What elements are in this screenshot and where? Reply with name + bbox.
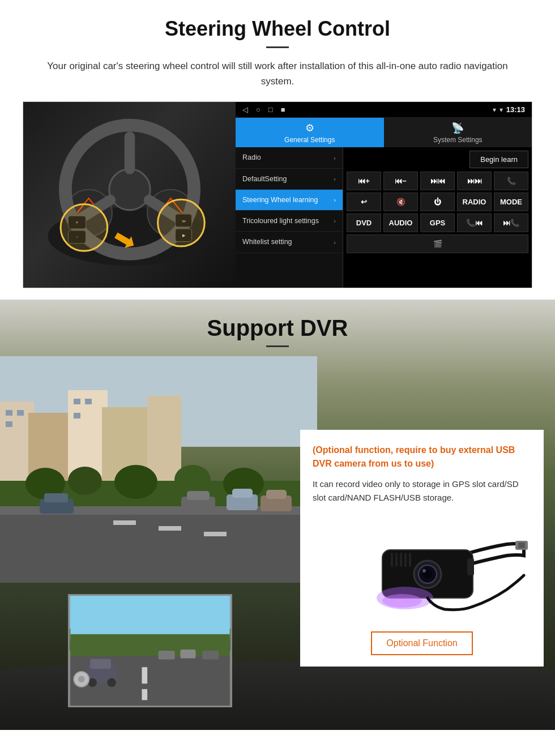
svg-point-61 bbox=[107, 678, 116, 687]
menu-list: Radio › DefaultSetting › Steering Wheel … bbox=[236, 147, 343, 288]
steering-wheel-photo: + - ≫ ▶ ➡ bbox=[23, 102, 236, 288]
street-scene-svg bbox=[0, 356, 317, 583]
dvr-optional-text: (Optional function, require to buy exter… bbox=[313, 443, 531, 471]
dvr-preview-svg bbox=[70, 596, 230, 706]
steering-wheel-svg: + - ≫ ▶ bbox=[42, 108, 217, 283]
ctrl-btn-call-next[interactable]: ⏭📞 bbox=[494, 213, 528, 232]
ctrl-btn-next[interactable]: ⏭⏭ bbox=[457, 172, 492, 190]
svg-point-32 bbox=[68, 467, 102, 495]
svg-rect-67 bbox=[391, 553, 393, 567]
begin-learn-button[interactable]: Begin learn bbox=[469, 151, 528, 168]
menu-area: Radio › DefaultSetting › Steering Wheel … bbox=[236, 147, 532, 288]
svg-rect-68 bbox=[395, 553, 398, 567]
steering-section: Steering Wheel Control Your original car… bbox=[0, 0, 555, 300]
general-settings-icon: ⚙ bbox=[305, 122, 314, 134]
android-ui: ◁ ○ □ ■ ▾ ▾ 13:13 ⚙ General Settings bbox=[236, 102, 532, 288]
svg-point-75 bbox=[422, 569, 426, 573]
section-subtitle: Your original car's steering wheel contr… bbox=[45, 58, 510, 89]
home-icon[interactable]: ○ bbox=[256, 105, 261, 114]
svg-point-33 bbox=[114, 465, 157, 499]
ctrl-btn-vol-up[interactable]: ⏮+ bbox=[347, 172, 381, 190]
svg-rect-57 bbox=[202, 651, 219, 660]
ctrl-row-1: ⏮+ ⏮− ⏭⏮ ⏭⏭ 📞 bbox=[347, 172, 528, 190]
ctrl-btn-call[interactable]: 📞 bbox=[494, 172, 528, 190]
optional-function-button[interactable]: Optional Function bbox=[371, 631, 473, 655]
tab-general-label: General Settings bbox=[284, 136, 335, 144]
android-statusbar: ◁ ○ □ ■ ▾ ▾ 13:13 bbox=[236, 102, 532, 118]
svg-rect-39 bbox=[159, 526, 181, 531]
dvr-camera-svg bbox=[314, 516, 530, 618]
chevron-icon: › bbox=[334, 197, 336, 203]
svg-rect-25 bbox=[17, 410, 24, 416]
svg-rect-27 bbox=[74, 399, 80, 404]
ctrl-btn-dvd[interactable]: DVD bbox=[347, 213, 381, 232]
chevron-icon: › bbox=[334, 239, 336, 246]
dvr-title-area: Support DVR bbox=[0, 300, 555, 347]
nav-icons: ◁ ○ □ ■ bbox=[242, 105, 285, 114]
dvr-preview-inner bbox=[70, 596, 230, 706]
svg-rect-29 bbox=[74, 413, 80, 418]
svg-rect-24 bbox=[6, 410, 12, 416]
ctrl-btn-audio[interactable]: AUDIO bbox=[383, 213, 418, 232]
menu-item-steering-wheel-learning[interactable]: Steering Wheel learning › bbox=[236, 190, 343, 211]
svg-rect-56 bbox=[180, 650, 195, 659]
svg-rect-36 bbox=[0, 509, 317, 583]
tab-bar: ⚙ General Settings 📡 System Settings bbox=[236, 118, 532, 147]
system-settings-icon: 📡 bbox=[451, 122, 464, 134]
svg-rect-26 bbox=[6, 421, 12, 427]
chevron-icon: › bbox=[334, 176, 336, 182]
page-title: Steering Wheel Control bbox=[23, 17, 532, 41]
svg-point-16 bbox=[61, 204, 108, 251]
svg-point-4 bbox=[109, 169, 150, 210]
svg-rect-55 bbox=[159, 651, 175, 660]
menu-item-defaultsetting[interactable]: DefaultSetting › bbox=[236, 169, 343, 190]
back-icon[interactable]: ◁ bbox=[242, 105, 248, 114]
ctrl-btn-power[interactable]: ⏻ bbox=[420, 193, 455, 211]
menu-item-tricoloured[interactable]: Tricoloured light settings › bbox=[236, 211, 343, 232]
wifi-icon: ▾ bbox=[500, 106, 503, 114]
svg-rect-71 bbox=[409, 553, 411, 567]
svg-rect-54 bbox=[142, 689, 147, 700]
svg-rect-78 bbox=[467, 558, 474, 575]
svg-rect-65 bbox=[518, 543, 525, 548]
ctrl-row-4: 🎬 bbox=[347, 234, 528, 253]
menu-item-whitelist[interactable]: Whitelist setting › bbox=[236, 232, 343, 253]
svg-rect-46 bbox=[266, 490, 287, 499]
svg-rect-53 bbox=[142, 667, 147, 684]
ctrl-btn-radio[interactable]: RADIO bbox=[457, 193, 492, 211]
svg-rect-48 bbox=[44, 493, 68, 502]
chevron-icon: › bbox=[334, 217, 336, 224]
status-time: 13:13 bbox=[506, 105, 525, 114]
svg-rect-50 bbox=[70, 596, 229, 640]
statusbar-right: ▾ ▾ 13:13 bbox=[493, 105, 525, 114]
svg-rect-59 bbox=[90, 659, 111, 669]
ctrl-btn-call-prev[interactable]: 📞⏮ bbox=[457, 213, 492, 232]
tab-system-settings[interactable]: 📡 System Settings bbox=[384, 118, 532, 147]
svg-rect-42 bbox=[187, 491, 210, 500]
menu-item-radio[interactable]: Radio › bbox=[236, 147, 343, 168]
svg-point-17 bbox=[157, 200, 204, 247]
svg-rect-40 bbox=[204, 532, 227, 536]
recent-icon[interactable]: □ bbox=[268, 105, 273, 114]
signal-icon: ▾ bbox=[493, 106, 496, 114]
ctrl-btn-hang[interactable]: ↩ bbox=[347, 193, 381, 211]
dvr-camera-area bbox=[313, 516, 531, 620]
ctrl-row-3: DVD AUDIO GPS 📞⏮ ⏭📞 bbox=[347, 213, 528, 232]
title-divider bbox=[266, 46, 289, 48]
ctrl-btn-prev[interactable]: ⏭⏮ bbox=[420, 172, 455, 190]
svg-point-34 bbox=[174, 465, 211, 494]
ctrl-btn-extra[interactable]: 🎬 bbox=[347, 234, 528, 253]
svg-point-77 bbox=[382, 594, 422, 608]
dvr-info-card: (Optional function, require to buy exter… bbox=[300, 430, 544, 667]
ctrl-btn-mode[interactable]: MODE bbox=[494, 193, 528, 211]
ctrl-btn-gps[interactable]: GPS bbox=[420, 213, 455, 232]
ctrl-btn-mute[interactable]: 🔇 bbox=[383, 193, 418, 211]
chevron-icon: › bbox=[334, 155, 336, 161]
svg-rect-28 bbox=[85, 399, 92, 404]
tab-system-label: System Settings bbox=[433, 136, 483, 144]
ctrl-btn-vol-down[interactable]: ⏮− bbox=[383, 172, 418, 190]
tab-general-settings[interactable]: ⚙ General Settings bbox=[236, 118, 384, 147]
menu-icon[interactable]: ■ bbox=[281, 105, 285, 114]
dvr-title: Support DVR bbox=[0, 315, 555, 341]
svg-point-63 bbox=[78, 676, 85, 683]
